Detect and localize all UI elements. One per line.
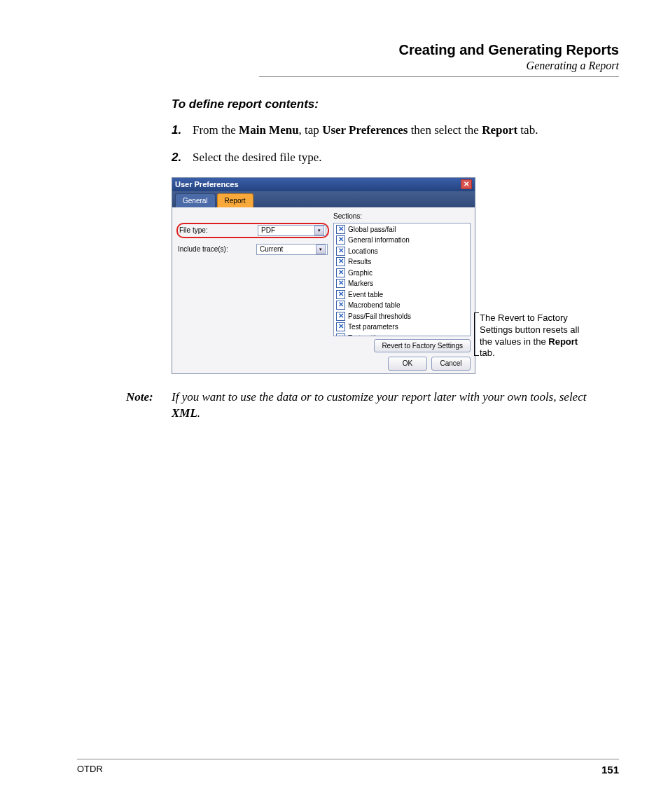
step-1: 1. From the Main Menu, tap User Preferen…	[172, 123, 612, 139]
section-label: Pass/Fail thresholds	[348, 312, 411, 322]
checkbox-icon[interactable]: ✕	[336, 268, 345, 277]
file-type-row: File type: PDF ▾	[176, 223, 329, 238]
section-item[interactable]: ✕General information	[335, 235, 469, 246]
include-trace-label: Include trace(s):	[178, 245, 256, 254]
section-label: Test settings	[348, 333, 387, 336]
checkbox-icon[interactable]: ✕	[336, 312, 345, 321]
checkbox-icon[interactable]: ✕	[336, 333, 345, 336]
procedure-heading: To define report contents:	[172, 97, 612, 113]
text-bold: Main Menu	[239, 123, 298, 137]
section-label: Test parameters	[348, 322, 398, 332]
callout-bold: Report	[548, 336, 578, 347]
note-text: .	[197, 406, 200, 420]
user-preferences-dialog: User Preferences ✕ General Report File t…	[172, 177, 475, 374]
checkbox-icon[interactable]: ✕	[336, 279, 345, 288]
note-paragraph: Note: If you want to use the data or to …	[126, 390, 612, 422]
text-fragment: From the	[193, 123, 239, 137]
step-text: From the Main Menu, tap User Preferences…	[193, 123, 612, 139]
dialog-tabs: General Report	[172, 191, 475, 208]
text-bold: Report	[482, 123, 517, 137]
cancel-button[interactable]: Cancel	[431, 357, 471, 371]
footer-product: OTDR	[77, 764, 103, 776]
note-body: If you want to use the data or to custom…	[172, 390, 612, 422]
section-label: Locations	[348, 247, 378, 256]
sections-listbox[interactable]: ✕Global pass/fail ✕General information ✕…	[333, 223, 471, 336]
section-item[interactable]: ✕Event table	[335, 289, 469, 301]
section-item[interactable]: ✕Results	[335, 256, 469, 268]
section-item[interactable]: ✕Macrobend table	[335, 300, 469, 311]
section-item[interactable]: ✕Graphic	[335, 268, 469, 279]
dialog-titlebar: User Preferences ✕	[172, 178, 475, 191]
step-2: 2. Select the desired file type.	[172, 150, 612, 166]
include-trace-row: Include trace(s): Current ▾	[176, 242, 329, 256]
section-label: General information	[348, 235, 410, 245]
include-trace-value: Current	[260, 245, 283, 254]
chevron-down-icon: ▾	[316, 245, 326, 254]
section-item[interactable]: ✕Locations	[335, 246, 469, 257]
sections-label: Sections:	[333, 212, 471, 221]
section-label: Event table	[348, 290, 383, 300]
section-label: Results	[348, 257, 371, 267]
section-item[interactable]: ✕Test parameters	[335, 322, 469, 333]
section-label: Markers	[348, 279, 373, 289]
section-item[interactable]: ✕Test settings	[335, 333, 469, 336]
step-number: 2.	[172, 150, 193, 166]
revert-factory-button[interactable]: Revert to Factory Settings	[374, 339, 471, 353]
note-label: Note:	[126, 390, 172, 422]
note-text: If you want to use the data or to custom…	[172, 390, 586, 404]
callout-bracket	[474, 312, 479, 356]
callout-note: The Revert to Factory Settings button re…	[480, 312, 588, 360]
text-fragment: , tap	[299, 123, 323, 137]
text-fragment: then select the	[408, 123, 482, 137]
note-bold: XML	[172, 406, 197, 420]
page-footer: OTDR 151	[77, 759, 619, 776]
checkbox-icon[interactable]: ✕	[336, 235, 345, 245]
step-number: 1.	[172, 123, 193, 139]
section-item[interactable]: ✕Markers	[335, 278, 469, 289]
dialog-title: User Preferences	[175, 179, 239, 190]
chapter-title: Creating and Generating Reports	[259, 42, 619, 58]
page-number: 151	[601, 764, 619, 776]
checkbox-icon[interactable]: ✕	[336, 322, 345, 331]
step-text: Select the desired file type.	[193, 150, 612, 166]
section-item[interactable]: ✕Global pass/fail	[335, 224, 469, 235]
file-type-combo[interactable]: PDF ▾	[258, 225, 326, 236]
callout-text: tab.	[480, 347, 495, 358]
tab-general[interactable]: General	[175, 193, 216, 208]
header-rule	[259, 76, 619, 77]
chevron-down-icon: ▾	[314, 226, 324, 235]
section-label: Global pass/fail	[348, 225, 396, 235]
checkbox-icon[interactable]: ✕	[336, 257, 345, 266]
section-item[interactable]: ✕Pass/Fail thresholds	[335, 311, 469, 322]
checkbox-icon[interactable]: ✕	[336, 301, 345, 310]
close-icon[interactable]: ✕	[461, 179, 472, 189]
checkbox-icon[interactable]: ✕	[336, 290, 345, 299]
text-fragment: tab.	[517, 123, 538, 137]
tab-report[interactable]: Report	[217, 193, 253, 208]
checkbox-icon[interactable]: ✕	[336, 247, 345, 256]
include-trace-combo[interactable]: Current ▾	[256, 244, 328, 255]
section-label: Graphic	[348, 268, 373, 278]
section-label: Macrobend table	[348, 301, 401, 310]
ok-button[interactable]: OK	[388, 357, 427, 371]
file-type-label: File type:	[179, 226, 258, 235]
checkbox-icon[interactable]: ✕	[336, 225, 345, 234]
file-type-value: PDF	[261, 226, 275, 235]
text-bold: User Preferences	[322, 123, 408, 137]
section-subtitle: Generating a Report	[259, 60, 619, 72]
